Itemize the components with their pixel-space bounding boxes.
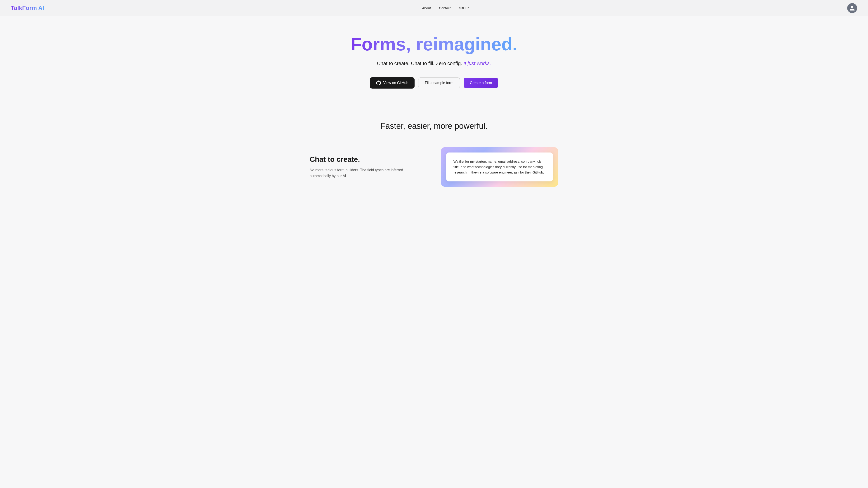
feature-description: No more tedious form builders. The field…	[310, 167, 405, 179]
hero-subtitle-highlight: It just works.	[462, 61, 491, 66]
hero-buttons: View on GitHub Fill a sample form Create…	[370, 77, 498, 89]
github-icon	[376, 80, 381, 86]
logo[interactable]: TalkForm AI	[11, 4, 44, 11]
features-heading: Faster, easier, more powerful.	[11, 121, 857, 131]
github-button-label: View on GitHub	[383, 81, 408, 85]
avatar[interactable]	[847, 3, 857, 13]
hero-subtitle-base: Chat to create. Chat to fill. Zero confi…	[377, 61, 462, 66]
nav-link-github[interactable]: GitHub	[459, 6, 469, 10]
hero-section: Forms, reimagined. Chat to create. Chat …	[0, 16, 868, 102]
features-section: Faster, easier, more powerful. Chat to c…	[0, 107, 868, 205]
hero-subtitle: Chat to create. Chat to fill. Zero confi…	[377, 61, 491, 66]
navbar: TalkForm AI About Contact GitHub	[0, 0, 868, 16]
view-on-github-button[interactable]: View on GitHub	[370, 77, 415, 89]
feature-title: Chat to create.	[310, 155, 405, 164]
nav-link-contact[interactable]: Contact	[439, 6, 451, 10]
create-form-button[interactable]: Create a form	[464, 78, 498, 88]
chat-to-create-visual: Waitlist for my startup: name, email add…	[441, 147, 558, 187]
fill-sample-form-button[interactable]: Fill a sample form	[418, 77, 460, 88]
chat-card-wrapper: Waitlist for my startup: name, email add…	[441, 147, 558, 187]
chat-to-create-row: Chat to create. No more tedious form bui…	[310, 147, 558, 187]
hero-title: Forms, reimagined.	[350, 34, 518, 54]
chat-card-text: Waitlist for my startup: name, email add…	[454, 159, 546, 175]
chat-to-create-text: Chat to create. No more tedious form bui…	[310, 155, 405, 179]
chat-card: Waitlist for my startup: name, email add…	[446, 153, 553, 182]
nav-link-about[interactable]: About	[422, 6, 431, 10]
